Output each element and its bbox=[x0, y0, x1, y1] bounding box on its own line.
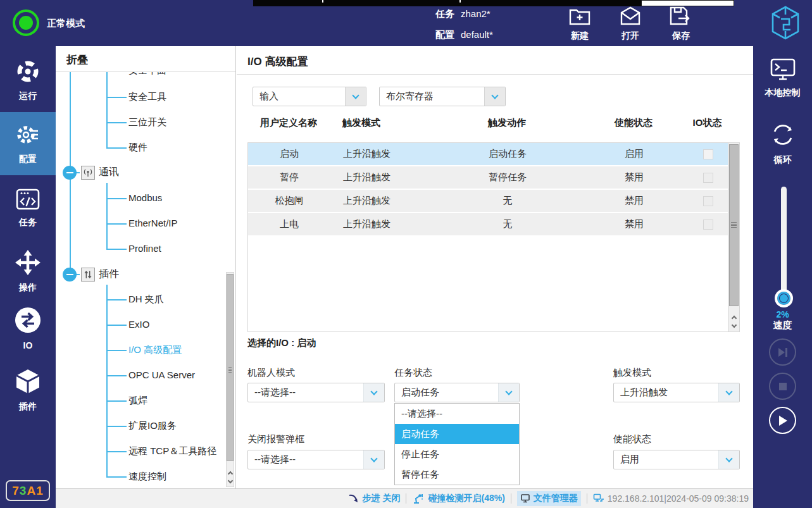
tree-item-remote-tcp-tool-path[interactable]: 远程 TCP＆工具路径 bbox=[128, 445, 216, 457]
nav-label-operate: 操作 bbox=[19, 282, 37, 294]
tree-scrollbar[interactable] bbox=[226, 272, 234, 487]
tree-line bbox=[106, 451, 127, 452]
col-header-io-state: IO状态 bbox=[687, 117, 727, 129]
loop-arrows-icon bbox=[770, 121, 796, 151]
table-scroll-down-button[interactable] bbox=[728, 321, 739, 331]
tree-line bbox=[106, 223, 127, 225]
dropdown-option[interactable]: 暂停任务 bbox=[395, 464, 519, 485]
io-table: 启动 上升沿触发 启动任务 启用 暂停 上升沿触发 暂停任务 禁用 松抱闸 上升… bbox=[247, 142, 740, 332]
file-manager-button[interactable]: 文件管理器 bbox=[517, 491, 581, 506]
skip-next-icon bbox=[777, 347, 789, 357]
save-disk-arrow-icon bbox=[669, 6, 693, 28]
enable-state-select[interactable]: 启用 bbox=[613, 450, 740, 469]
tree-scrollbar-thumb[interactable] bbox=[227, 274, 234, 461]
open-button[interactable]: 打开 bbox=[610, 6, 651, 42]
nav-item-run[interactable]: 运行 bbox=[0, 50, 56, 111]
trigger-mode-select[interactable]: 上升沿触发 bbox=[613, 383, 740, 402]
io-state-checkbox[interactable] bbox=[703, 173, 713, 183]
table-scroll-up-button[interactable] bbox=[728, 312, 739, 321]
tree-item-arc-welding[interactable]: 弧焊 bbox=[128, 395, 147, 407]
tree-item-opc-ua-server[interactable]: OPC UA Server bbox=[128, 369, 195, 380]
step-mode-toggle[interactable]: 步进 关闭 bbox=[348, 493, 401, 504]
ip-and-time-text: 192.168.2.101|2024-05-09 09:38:19 bbox=[608, 493, 749, 504]
loop-label: 循环 bbox=[774, 154, 792, 166]
tree-item-ethernet-ip[interactable]: EtherNet/IP bbox=[128, 218, 178, 228]
tree-group-plugin[interactable]: 插件 bbox=[99, 268, 119, 281]
cell-trigger-mode: 上升沿触发 bbox=[330, 195, 435, 207]
status-code-badge: 73A1 bbox=[6, 480, 50, 501]
task-label: 任务 bbox=[435, 8, 454, 20]
register-type-select[interactable]: 布尔寄存器 bbox=[379, 87, 506, 106]
table-row[interactable]: 松抱闸 上升沿触发 无 禁用 bbox=[248, 190, 728, 212]
task-state-value: 启动任务 bbox=[395, 387, 498, 399]
loop-button[interactable]: 循环 bbox=[753, 121, 812, 166]
cell-trigger-action: 无 bbox=[435, 218, 580, 230]
tree-line bbox=[106, 400, 127, 402]
dropdown-option[interactable]: 停止任务 bbox=[395, 444, 519, 464]
tree-scroll-up-button[interactable] bbox=[227, 468, 234, 477]
tree-item-dh-gripper[interactable]: DH 夹爪 bbox=[128, 294, 164, 306]
collision-detection-status[interactable]: 碰撞检测开启(48%) bbox=[412, 493, 504, 504]
io-type-value: 输入 bbox=[253, 90, 345, 102]
io-state-checkbox[interactable] bbox=[703, 220, 713, 230]
nav-item-config[interactable]: 配置 bbox=[0, 112, 56, 175]
nav-item-operate[interactable]: 操作 bbox=[0, 241, 56, 302]
tree-item-extended-io-service[interactable]: 扩展IO服务 bbox=[128, 420, 177, 432]
step-next-button[interactable] bbox=[769, 338, 796, 366]
chevron-down-icon bbox=[498, 383, 519, 402]
save-button[interactable]: 保存 bbox=[661, 6, 701, 42]
badge-char: 3 bbox=[20, 484, 27, 498]
io-type-select[interactable]: 输入 bbox=[253, 87, 366, 106]
nav-item-plugin[interactable]: 插件 bbox=[0, 360, 56, 421]
separator bbox=[587, 493, 587, 504]
task-state-select[interactable]: 启动任务 bbox=[394, 383, 520, 402]
tree-item-profinet[interactable]: Profinet bbox=[128, 243, 161, 254]
close-alarm-select[interactable]: --请选择-- bbox=[247, 450, 385, 469]
tree-collapse-header[interactable]: 折叠 bbox=[56, 46, 235, 72]
trigger-mode-value: 上升沿触发 bbox=[614, 387, 718, 399]
play-button[interactable] bbox=[769, 407, 796, 434]
io-state-checkbox[interactable] bbox=[703, 196, 713, 206]
tree-line bbox=[106, 325, 127, 326]
nav-item-io[interactable]: IO bbox=[0, 298, 56, 359]
table-row[interactable]: 上电 上升沿触发 无 禁用 bbox=[248, 213, 728, 235]
collapse-toggle-plugin[interactable] bbox=[63, 268, 77, 282]
speed-slider-knob[interactable] bbox=[775, 289, 793, 307]
top-artifact-bar bbox=[253, 0, 641, 6]
cell-trigger-action: 启动任务 bbox=[435, 148, 580, 160]
table-scrollbar[interactable] bbox=[728, 143, 739, 331]
stop-button[interactable] bbox=[769, 373, 796, 400]
tree-item-safety-tool[interactable]: 安全工具 bbox=[128, 91, 166, 103]
tree-item-io-advanced-config[interactable]: I/O 高级配置 bbox=[128, 344, 182, 356]
tree-item-speed-control[interactable]: 速度控制 bbox=[128, 471, 166, 483]
dropdown-option[interactable]: --请选择-- bbox=[395, 404, 519, 424]
chevron-down-icon bbox=[718, 450, 739, 469]
tree-item-exio[interactable]: ExIO bbox=[128, 319, 149, 330]
io-state-checkbox[interactable] bbox=[703, 149, 713, 159]
dropdown-option-selected[interactable]: 启动任务 bbox=[395, 424, 519, 444]
new-button[interactable]: 新建 bbox=[559, 6, 600, 42]
cell-name: 上电 bbox=[248, 218, 330, 230]
sliders-icon bbox=[81, 268, 95, 282]
collapse-toggle-comm[interactable] bbox=[63, 166, 77, 180]
save-button-label: 保存 bbox=[672, 30, 690, 42]
enable-state-label: 使能状态 bbox=[613, 433, 651, 445]
robot-mode-select[interactable]: --请选择-- bbox=[247, 383, 385, 402]
collision-detection-text: 碰撞检测开启(48%) bbox=[428, 493, 504, 504]
table-row[interactable]: 启动 上升沿触发 启动任务 启用 bbox=[248, 143, 728, 165]
tree-item-modbus[interactable]: Modbus bbox=[128, 192, 162, 203]
tree-item-three-position-switch[interactable]: 三位开关 bbox=[128, 116, 166, 128]
tree-line bbox=[106, 375, 127, 376]
terminal-icon bbox=[770, 58, 796, 84]
nav-item-task[interactable]: 任务 bbox=[0, 178, 56, 239]
table-scrollbar-thumb[interactable] bbox=[729, 144, 739, 306]
table-row[interactable]: 暂停 上升沿触发 暂停任务 禁用 bbox=[248, 166, 728, 189]
tree-item-hardware[interactable]: 硬件 bbox=[128, 142, 147, 154]
tree-group-comm[interactable]: 通讯 bbox=[99, 166, 119, 179]
monitor-network-icon bbox=[593, 493, 604, 504]
nav-label-task: 任务 bbox=[19, 217, 37, 228]
cell-trigger-action: 暂停任务 bbox=[435, 171, 580, 183]
speed-slider-track[interactable] bbox=[781, 187, 787, 302]
tree-scroll-down-button[interactable] bbox=[227, 477, 234, 486]
local-control-button[interactable]: 本地控制 bbox=[753, 58, 812, 99]
